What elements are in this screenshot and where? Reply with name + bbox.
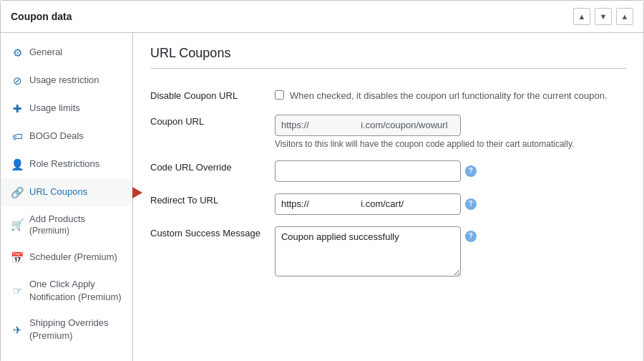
sidebar-item-usage-restriction[interactable]: ⊘ Usage restriction	[1, 67, 132, 95]
disable-coupon-url-row: Disable Coupon URL When checked, it disa…	[150, 83, 626, 109]
disable-coupon-url-checkbox[interactable]	[275, 90, 284, 100]
sidebar-item-bogo-deals[interactable]: 🏷 BOGO Deals	[1, 122, 132, 150]
coupon-url-label: Coupon URL	[150, 109, 275, 155]
sidebar-item-role-restrictions[interactable]: 👤 Role Restrictions	[1, 150, 132, 178]
general-icon: ⚙	[11, 45, 24, 60]
usage-restriction-icon: ⊘	[11, 73, 24, 88]
custom-success-message-label: Custom Success Message	[150, 221, 275, 282]
sidebar-item-usage-limits[interactable]: ✚ Usage limits	[1, 95, 132, 122]
code-url-override-input[interactable]	[275, 160, 461, 182]
panel-title: Coupon data	[11, 11, 72, 22]
custom-success-message-cell: Coupon applied successfully ?	[275, 221, 626, 282]
main-content: URL Coupons Disable Coupon URL When chec…	[133, 33, 643, 361]
sidebar-label-usage-limits: Usage limits	[29, 102, 80, 115]
add-products-icon: 🛒	[11, 217, 24, 232]
disable-coupon-url-checkbox-label: When checked, it disables the coupon url…	[290, 89, 608, 103]
code-url-override-row: Code URL Override ?	[150, 155, 626, 188]
sidebar-item-one-click[interactable]: ☞ One Click Apply Notification (Premium)	[1, 271, 132, 310]
disable-coupon-url-field: When checked, it disables the coupon url…	[275, 89, 626, 103]
sidebar-label-shipping-overrides: Shipping Overrides (Premium)	[29, 317, 122, 342]
sidebar-item-scheduler[interactable]: 📅 Scheduler (Premium)	[1, 244, 132, 271]
section-title: URL Coupons	[150, 46, 626, 69]
custom-success-message-textarea[interactable]: Coupon applied successfully	[275, 226, 461, 276]
redirect-to-url-cell: ?	[275, 188, 626, 221]
sidebar-label-role-restrictions: Role Restrictions	[29, 158, 99, 170]
sidebar-label-add-products: Add Products(Premium)	[29, 213, 85, 237]
custom-success-message-help-icon[interactable]: ?	[465, 231, 477, 242]
sidebar-label-usage-restriction: Usage restriction	[29, 74, 99, 87]
sidebar-label-url-coupons: URL Coupons	[29, 186, 87, 198]
redirect-to-url-label: Redirect To URL	[150, 188, 275, 221]
sidebar: ⚙ General ⊘ Usage restriction ✚ Usage li…	[1, 33, 133, 361]
sidebar-item-add-products[interactable]: 🛒 Add Products(Premium)	[1, 206, 132, 244]
coupon-url-cell: Visitors to this link will have the coup…	[275, 109, 626, 155]
redirect-to-url-row: Redirect To URL ?	[150, 188, 626, 221]
sidebar-item-url-coupons-wrapper: 🔗 URL Coupons	[1, 178, 132, 206]
code-url-override-field: ?	[275, 160, 626, 182]
active-arrow-indicator	[132, 187, 142, 198]
panel-up-button[interactable]: ▲	[573, 8, 590, 25]
custom-success-message-row: Custom Success Message Coupon applied su…	[150, 221, 626, 282]
sidebar-label-one-click: One Click Apply Notification (Premium)	[29, 278, 122, 304]
panel-down-button[interactable]: ▼	[595, 8, 612, 25]
sidebar-item-url-coupons[interactable]: 🔗 URL Coupons	[1, 178, 132, 206]
sidebar-label-general: General	[29, 46, 62, 59]
code-url-override-label: Code URL Override	[150, 155, 275, 188]
sidebar-label-bogo-deals: BOGO Deals	[29, 130, 84, 143]
disable-coupon-url-cell: When checked, it disables the coupon url…	[275, 83, 626, 109]
form-table: Disable Coupon URL When checked, it disa…	[150, 83, 626, 282]
url-coupons-icon: 🔗	[11, 185, 24, 200]
shipping-overrides-icon: ✈	[11, 322, 24, 337]
role-restrictions-icon: 👤	[11, 157, 24, 172]
sidebar-label-scheduler: Scheduler (Premium)	[29, 251, 117, 264]
sidebar-item-shipping-overrides[interactable]: ✈ Shipping Overrides (Premium)	[1, 310, 132, 349]
panel-header: Coupon data ▲ ▼ ▲	[1, 1, 643, 33]
coupon-url-row: Coupon URL Visitors to this link will ha…	[150, 109, 626, 155]
panel-expand-button[interactable]: ▲	[616, 8, 633, 25]
disable-coupon-url-label: Disable Coupon URL	[150, 83, 275, 109]
bogo-deals-icon: 🏷	[11, 129, 24, 144]
panel-controls: ▲ ▼ ▲	[573, 8, 633, 25]
redirect-to-url-help-icon[interactable]: ?	[465, 198, 477, 210]
one-click-icon: ☞	[11, 283, 24, 298]
redirect-to-url-input[interactable]	[275, 193, 461, 215]
usage-limits-icon: ✚	[11, 101, 24, 116]
code-url-override-cell: ?	[275, 155, 626, 188]
code-url-override-help-icon[interactable]: ?	[465, 165, 477, 177]
coupon-data-panel: Coupon data ▲ ▼ ▲ ⚙ General ⊘ Usage rest…	[0, 0, 644, 361]
coupon-url-description: Visitors to this link will have the coup…	[275, 139, 626, 149]
scheduler-icon: 📅	[11, 250, 24, 265]
panel-body: ⚙ General ⊘ Usage restriction ✚ Usage li…	[1, 33, 643, 361]
coupon-url-input	[275, 115, 461, 136]
redirect-to-url-field: ?	[275, 193, 626, 215]
sidebar-item-general[interactable]: ⚙ General	[1, 39, 132, 67]
custom-success-message-field: Coupon applied successfully ?	[275, 226, 626, 276]
